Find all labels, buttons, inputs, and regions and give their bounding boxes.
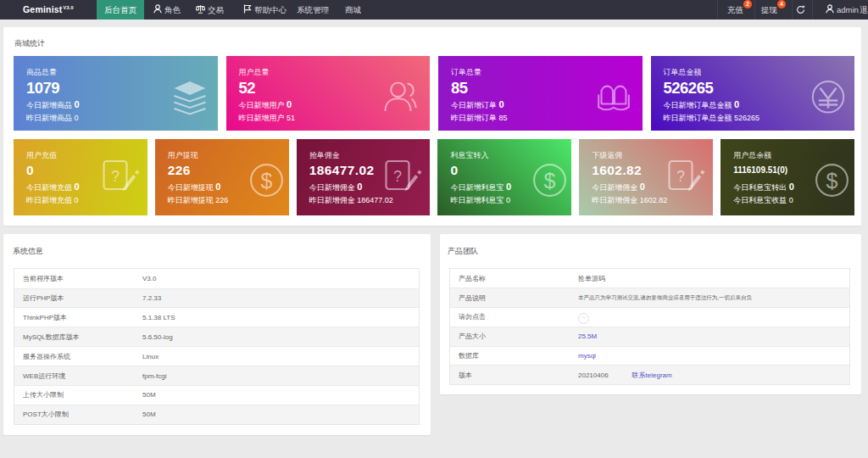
svg-text:$: $ xyxy=(261,168,273,192)
svg-text:?: ? xyxy=(393,168,402,185)
svg-text:?: ? xyxy=(111,168,120,185)
svg-text:$: $ xyxy=(543,168,555,192)
svg-text:$: $ xyxy=(826,168,838,192)
svg-text:?: ? xyxy=(676,168,685,185)
